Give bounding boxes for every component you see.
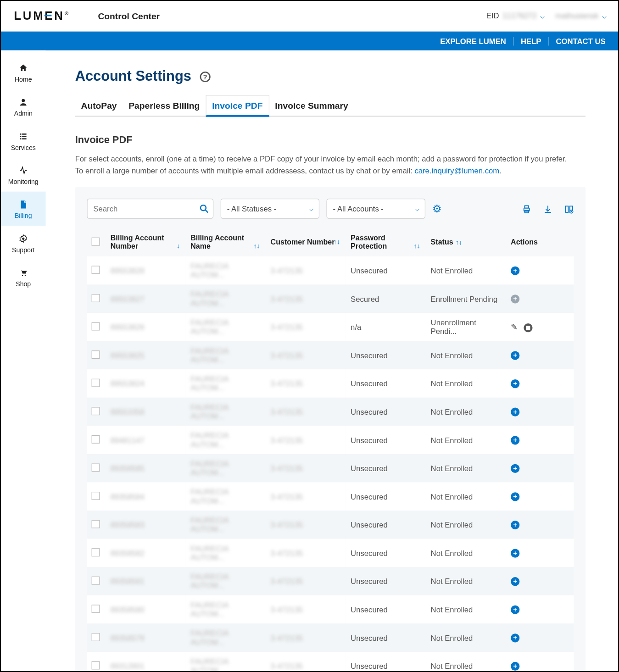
add-icon[interactable]: + bbox=[511, 577, 519, 586]
cell-cust: 3-472135 bbox=[271, 407, 303, 416]
print-icon[interactable] bbox=[522, 203, 531, 215]
row-checkbox[interactable] bbox=[92, 407, 100, 415]
search-icon[interactable] bbox=[199, 203, 209, 213]
table-row: 89358582FAURECIA AUTOM...3-472135Unsecur… bbox=[87, 539, 574, 567]
sidebar-item-label: Monitoring bbox=[8, 178, 39, 185]
add-icon[interactable]: + bbox=[511, 407, 519, 416]
cell-pp: Unsecured bbox=[351, 266, 388, 275]
care-email-link[interactable]: care.inquiry@lumen.com bbox=[414, 166, 499, 175]
columns-icon[interactable] bbox=[564, 203, 574, 215]
explore-link[interactable]: EXPLORE LUMEN bbox=[433, 37, 513, 45]
cell-status: Not Enrolled bbox=[431, 266, 473, 275]
row-checkbox[interactable] bbox=[92, 435, 100, 443]
table-row: 89481147FAURECIA AUTOM...3-472135Unsecur… bbox=[87, 426, 574, 454]
th-name[interactable]: Billing Account Name↑↓ bbox=[186, 228, 266, 256]
sidebar-item-home[interactable]: Home bbox=[1, 55, 46, 89]
help-icon[interactable]: ? bbox=[200, 72, 210, 82]
add-icon[interactable]: + bbox=[511, 549, 519, 557]
sort-icon: ↑↓ bbox=[413, 242, 420, 249]
row-checkbox[interactable] bbox=[92, 350, 100, 358]
row-checkbox[interactable] bbox=[92, 548, 100, 556]
th-select[interactable] bbox=[87, 228, 106, 256]
cell-status: Not Enrolled bbox=[431, 464, 473, 472]
cell-status: Not Enrolled bbox=[431, 520, 473, 529]
sidebar-item-label: Billing bbox=[15, 212, 32, 219]
pulse-icon bbox=[1, 164, 46, 176]
th-cust[interactable]: Customer Number↑↓ bbox=[266, 228, 346, 256]
cell-status: Not Enrolled bbox=[431, 605, 473, 614]
add-icon[interactable]: + bbox=[511, 266, 519, 275]
svg-rect-13 bbox=[524, 205, 529, 208]
add-icon[interactable]: + bbox=[511, 379, 519, 388]
cell-ban: 89358584 bbox=[111, 492, 145, 501]
cell-ban: 89553827 bbox=[111, 294, 145, 303]
cell-pp: Unsecured bbox=[351, 492, 388, 501]
doc-icon bbox=[1, 198, 46, 210]
help-link[interactable]: HELP bbox=[513, 37, 548, 45]
table-row: 89358585FAURECIA AUTOM...3-472135Unsecur… bbox=[87, 454, 574, 483]
sidebar-item-billing[interactable]: Billing bbox=[1, 192, 46, 226]
row-checkbox[interactable] bbox=[92, 463, 100, 472]
add-icon[interactable]: + bbox=[511, 294, 519, 303]
stop-icon[interactable] bbox=[524, 323, 532, 332]
row-checkbox[interactable] bbox=[92, 605, 100, 613]
add-icon[interactable]: + bbox=[511, 464, 519, 472]
accounts-dropdown[interactable]: - All Accounts -⌵ bbox=[326, 199, 425, 219]
search-input[interactable] bbox=[87, 199, 213, 219]
top-nav-bar: EXPLORE LUMEN HELP CONTACT US bbox=[1, 32, 619, 50]
tab-autopay[interactable]: AutoPay bbox=[75, 96, 123, 115]
tab-paperless-billing[interactable]: Paperless Billing bbox=[123, 96, 206, 115]
list-icon bbox=[1, 130, 46, 142]
cell-cust: 3-472135 bbox=[271, 633, 303, 642]
app-subtitle: Control Center bbox=[98, 11, 160, 21]
add-icon[interactable]: + bbox=[511, 436, 519, 444]
eid-dropdown[interactable]: EID 11176272 ⌵ bbox=[486, 11, 545, 20]
th-pp[interactable]: Password Protection↑↓ bbox=[346, 228, 426, 256]
sidebar-item-monitoring[interactable]: Monitoring bbox=[1, 157, 46, 191]
download-icon[interactable] bbox=[543, 203, 553, 215]
sidebar: HomeAdminServicesMonitoringBillingSuppor… bbox=[1, 50, 46, 672]
row-checkbox[interactable] bbox=[92, 378, 100, 387]
sidebar-item-support[interactable]: Support bbox=[1, 226, 46, 260]
cell-ban: 89553824 bbox=[111, 379, 145, 388]
row-checkbox[interactable] bbox=[92, 633, 100, 641]
cell-name: FAURECIA AUTOM... bbox=[190, 544, 228, 561]
user-value: mathusiensk bbox=[556, 11, 599, 20]
add-icon[interactable]: + bbox=[511, 633, 519, 642]
row-checkbox[interactable] bbox=[92, 576, 100, 584]
row-checkbox[interactable] bbox=[92, 491, 100, 500]
svg-rect-6 bbox=[22, 138, 26, 139]
add-icon[interactable]: + bbox=[511, 661, 519, 670]
user-dropdown[interactable]: mathusiensk ⌵ bbox=[556, 11, 607, 20]
row-checkbox[interactable] bbox=[92, 520, 100, 528]
svg-rect-1 bbox=[20, 133, 22, 134]
desc-line-2: To enroll a large number of accounts wit… bbox=[75, 165, 586, 176]
add-icon[interactable]: + bbox=[511, 492, 519, 501]
add-icon[interactable]: + bbox=[511, 605, 519, 614]
eid-value: 11176272 bbox=[502, 11, 536, 20]
contact-link[interactable]: CONTACT US bbox=[548, 37, 613, 45]
table-row: 89358581FAURECIA AUTOM...3-472135Unsecur… bbox=[87, 567, 574, 595]
row-checkbox[interactable] bbox=[92, 266, 100, 274]
cell-pp: Unsecured bbox=[351, 464, 388, 472]
cell-pp: Unsecured bbox=[351, 351, 388, 360]
row-checkbox[interactable] bbox=[92, 661, 100, 669]
row-checkbox[interactable] bbox=[92, 294, 100, 302]
cell-cust: 3-472135 bbox=[271, 266, 303, 275]
tab-invoice-pdf[interactable]: Invoice PDF bbox=[206, 95, 269, 117]
tab-invoice-summary[interactable]: Invoice Summary bbox=[269, 96, 354, 115]
status-dropdown[interactable]: - All Statuses -⌵ bbox=[221, 199, 320, 219]
th-status[interactable]: Status↑↓ bbox=[426, 228, 506, 256]
gear-icon[interactable]: ⚙ bbox=[432, 202, 442, 215]
add-icon[interactable]: + bbox=[511, 351, 519, 360]
select-all-checkbox[interactable] bbox=[92, 237, 100, 245]
row-checkbox[interactable] bbox=[92, 322, 100, 330]
add-icon[interactable]: + bbox=[511, 521, 519, 529]
th-ban[interactable]: Billing Account Number↓ bbox=[106, 228, 185, 256]
svg-rect-5 bbox=[20, 138, 22, 139]
user-icon bbox=[1, 96, 46, 108]
sidebar-item-services[interactable]: Services bbox=[1, 123, 46, 157]
sidebar-item-shop[interactable]: Shop bbox=[1, 260, 46, 294]
edit-icon[interactable]: ✎ bbox=[511, 322, 520, 332]
sidebar-item-admin[interactable]: Admin bbox=[1, 89, 46, 123]
